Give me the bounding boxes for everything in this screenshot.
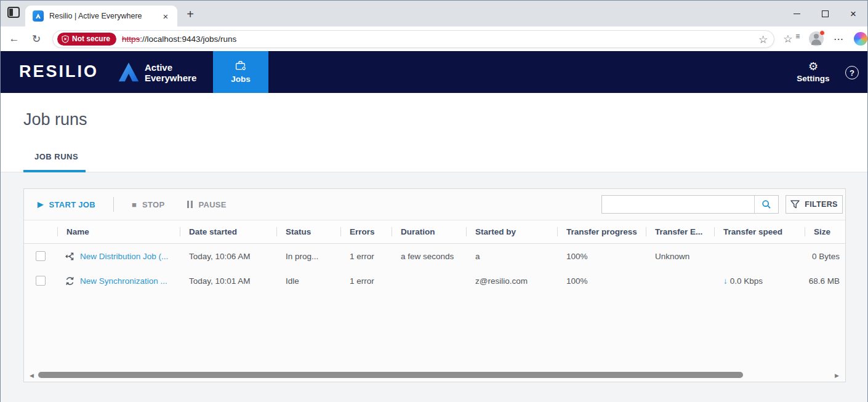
filters-button[interactable]: FILTERS <box>786 195 843 214</box>
job-name-link[interactable]: New Synchronization ... <box>80 276 167 286</box>
job-name-cell: New Distribution Job (... <box>57 251 180 262</box>
table-row: New Synchronization ... Today, 10:01 AM … <box>24 268 845 293</box>
column-header-errors[interactable]: Errors <box>340 227 392 236</box>
column-header-started-by[interactable]: Started by <box>466 227 557 236</box>
transfer-eta-cell: Unknown <box>646 252 714 261</box>
date-started-cell: Today, 10:06 AM <box>180 252 276 261</box>
collections-star-icon: ☆ <box>783 33 792 46</box>
play-icon: ▶ <box>38 200 44 209</box>
window-controls: × <box>782 1 867 26</box>
app-header: RESILIO Active Everywhere Jobs ⚙ Setting… <box>1 51 867 93</box>
tab-job-runs[interactable]: JOB RUNS <box>34 152 78 161</box>
browser-menu-button[interactable]: ⋯ <box>834 33 844 45</box>
column-header-date-started[interactable]: Date started <box>180 227 276 236</box>
distribution-job-icon <box>65 251 75 262</box>
column-header-transfer-eta[interactable]: Transfer E... <box>646 227 714 236</box>
resilio-logo-icon <box>116 61 141 83</box>
browser-addressbar: ← ↻ Not secure https://localhost:9443/jo… <box>1 26 867 51</box>
not-secure-badge[interactable]: Not secure <box>57 33 116 46</box>
stop-button[interactable]: ■ STOP <box>132 200 165 209</box>
minimize-button[interactable] <box>782 1 811 26</box>
browser-window: Resilio | Active Everywhere × + × ← ↻ No… <box>0 0 868 402</box>
column-header-status[interactable]: Status <box>276 227 340 236</box>
nav-jobs-tab[interactable]: Jobs <box>213 51 268 93</box>
product-line1: Active <box>145 63 196 73</box>
jobs-briefcase-icon <box>235 60 247 71</box>
filter-funnel-icon <box>790 200 800 209</box>
synchronization-job-icon <box>65 276 75 286</box>
resilio-favicon-icon <box>33 10 44 22</box>
transfer-speed-cell <box>714 252 805 261</box>
maximize-button[interactable] <box>811 1 839 26</box>
column-header-size[interactable]: Size <box>805 227 846 236</box>
tab-close-icon[interactable]: × <box>160 10 171 22</box>
toolbar-divider <box>113 197 114 212</box>
stop-label: STOP <box>142 200 164 209</box>
search-icon <box>762 199 771 209</box>
horizontal-scrollbar: ◀ ▶ <box>24 372 845 379</box>
stop-icon: ■ <box>132 200 137 209</box>
status-cell: In prog... <box>276 252 340 261</box>
resilio-brand: RESILIO <box>19 62 98 81</box>
column-header-duration[interactable]: Duration <box>392 227 466 236</box>
nav-jobs-label: Jobs <box>231 74 251 84</box>
scroll-left-icon[interactable]: ◀ <box>30 372 34 379</box>
filters-label: FILTERS <box>805 200 837 209</box>
pause-icon <box>187 201 193 208</box>
product-line2: Everywhere <box>145 73 196 84</box>
row-checkbox[interactable] <box>36 251 46 261</box>
column-header-name[interactable]: Name <box>57 227 180 236</box>
url-bar[interactable]: Not secure https://localhost:9443/jobs/r… <box>52 30 774 48</box>
pause-button[interactable]: PAUSE <box>187 200 226 209</box>
status-cell: Idle <box>276 276 340 286</box>
refresh-button[interactable]: ↻ <box>28 30 45 47</box>
new-tab-button[interactable]: + <box>183 7 198 22</box>
job-name-link[interactable]: New Distribution Job (... <box>80 252 168 261</box>
url-text: https://localhost:9443/jobs/runs <box>122 34 236 44</box>
errors-cell: 1 error <box>340 252 392 261</box>
start-job-button[interactable]: ▶ START JOB <box>38 200 95 209</box>
collections-lines-icon: ≡ <box>795 32 800 41</box>
column-header-transfer-progress[interactable]: Transfer progress <box>557 227 646 236</box>
row-checkbox[interactable] <box>36 276 46 286</box>
transfer-progress-cell: 100% <box>557 252 646 261</box>
started-by-cell: z@resilio.com <box>466 276 557 286</box>
column-header-transfer-speed[interactable]: Transfer speed <box>714 227 805 236</box>
size-cell: 68.6 MB <box>805 276 846 286</box>
pause-label: PAUSE <box>198 200 226 209</box>
url-rest: ://localhost:9443/jobs/runs <box>140 34 236 44</box>
maximize-icon <box>822 10 829 17</box>
row-checkbox-cell <box>24 276 57 286</box>
search-input[interactable] <box>602 196 754 213</box>
close-icon: × <box>850 9 856 19</box>
collections-button[interactable]: ☆ ≡ <box>783 31 799 47</box>
copilot-icon[interactable] <box>854 32 867 46</box>
not-secure-label: Not secure <box>72 34 110 43</box>
transfer-speed-value: 0.0 Kbps <box>730 276 763 286</box>
shield-x-icon <box>62 35 69 43</box>
settings-button[interactable]: ⚙ Settings <box>794 51 833 93</box>
help-button[interactable]: ? <box>845 66 859 79</box>
table-row: New Distribution Job (... Today, 10:06 A… <box>24 244 845 268</box>
settings-label: Settings <box>797 74 829 83</box>
product-name: Active Everywhere <box>145 63 196 83</box>
page-title: Job runs <box>23 110 87 129</box>
close-button[interactable]: × <box>839 1 867 26</box>
page-title-section: Job runs JOB RUNS <box>1 93 867 172</box>
scrollbar-thumb[interactable] <box>38 372 743 378</box>
row-checkbox-cell <box>24 251 57 261</box>
content-area: ▶ START JOB ■ STOP PAUSE <box>1 172 867 402</box>
search-box <box>601 195 779 214</box>
table-toolbar: ▶ START JOB ■ STOP PAUSE <box>24 189 845 220</box>
profile-avatar[interactable] <box>809 31 824 46</box>
favorite-star-icon[interactable]: ☆ <box>758 33 768 46</box>
back-button[interactable]: ← <box>6 30 23 47</box>
search-button[interactable] <box>754 196 778 213</box>
size-cell: 0 Bytes <box>805 252 846 261</box>
scroll-right-icon[interactable]: ▶ <box>835 372 839 379</box>
browser-tab[interactable]: Resilio | Active Everywhere × <box>25 6 177 26</box>
start-job-label: START JOB <box>49 200 95 209</box>
workspaces-icon[interactable] <box>7 7 20 18</box>
transfer-speed-cell: ↓0.0 Kbps <box>714 276 805 286</box>
transfer-progress-cell: 100% <box>557 276 646 286</box>
